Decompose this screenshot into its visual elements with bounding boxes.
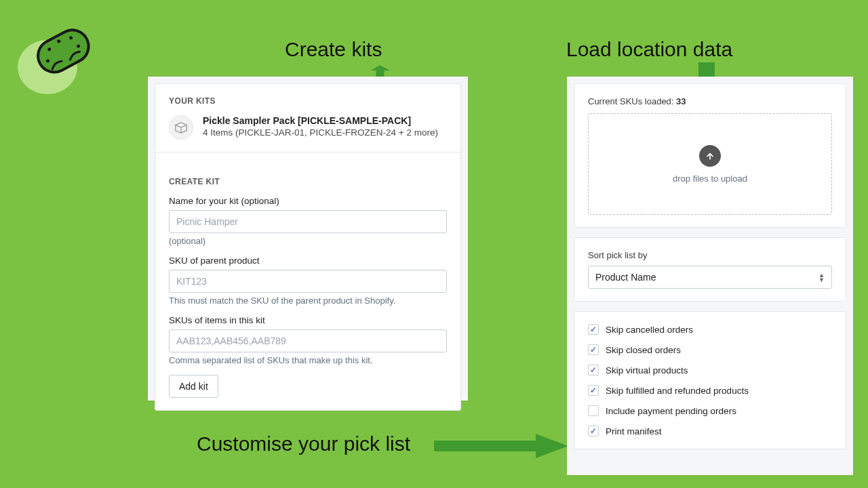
create-kit-heading: CREATE KIT xyxy=(169,177,447,186)
pickle-logo xyxy=(14,16,102,98)
option-label: Skip closed orders xyxy=(606,345,681,355)
option-row[interactable]: Include payment pending orders xyxy=(588,405,832,416)
kit-name-label: Name for your kit (optional) xyxy=(169,196,447,206)
callout-load-location: Load location data xyxy=(566,38,732,61)
sort-select[interactable]: Product Name ▲▼ xyxy=(588,266,832,289)
option-row[interactable]: Skip closed orders xyxy=(588,344,832,355)
kit-name: Pickle Sampler Pack [PICKLE-SAMPLE-PACK] xyxy=(203,115,438,126)
option-row[interactable]: Skip virtual products xyxy=(588,365,832,375)
kits-panel: YOUR KITS Pickle Sampler Pack [PICKLE-SA… xyxy=(148,77,468,401)
options-list: Skip cancelled ordersSkip closed ordersS… xyxy=(574,312,846,449)
item-skus-help: Comma separated list of SKUs that make u… xyxy=(169,355,447,365)
upload-icon xyxy=(699,145,721,167)
item-skus-label: SKUs of items in this kit xyxy=(169,315,447,325)
item-skus-input[interactable] xyxy=(169,329,447,352)
settings-panel: Current SKUs loaded: 33 drop files to up… xyxy=(567,77,853,475)
option-label: Include payment pending orders xyxy=(606,406,736,416)
checkbox-icon[interactable] xyxy=(588,365,599,375)
parent-sku-help: This must match the SKU of the parent pr… xyxy=(169,296,447,306)
option-row[interactable]: Skip cancelled orders xyxy=(588,324,832,335)
option-label: Skip cancelled orders xyxy=(606,325,693,335)
kit-items-summary: 4 Items (PICKLE-JAR-01, PICKLE-FROZEN-24… xyxy=(203,127,438,138)
checkbox-icon[interactable] xyxy=(588,405,599,416)
callout-create-kits: Create kits xyxy=(285,38,382,61)
add-kit-button[interactable]: Add kit xyxy=(169,375,218,398)
svg-marker-9 xyxy=(434,434,568,458)
file-dropzone[interactable]: drop files to upload xyxy=(588,113,832,215)
checkbox-icon[interactable] xyxy=(588,324,599,335)
option-label: Print manifest xyxy=(606,426,662,436)
kit-list-item[interactable]: Pickle Sampler Pack [PICKLE-SAMPLE-PACK]… xyxy=(169,115,447,140)
select-updown-icon: ▲▼ xyxy=(818,273,825,282)
checkbox-icon[interactable] xyxy=(588,344,599,355)
sort-label: Sort pick list by xyxy=(588,250,832,260)
parent-sku-input[interactable] xyxy=(169,270,447,293)
checkbox-icon[interactable] xyxy=(588,426,599,436)
kit-name-input[interactable] xyxy=(169,210,447,233)
dropzone-text: drop files to upload xyxy=(673,174,747,184)
your-kits-heading: YOUR KITS xyxy=(169,96,447,106)
sku-count: Current SKUs loaded: 33 xyxy=(588,96,832,106)
parent-sku-label: SKU of parent product xyxy=(169,256,447,266)
checkbox-icon[interactable] xyxy=(588,385,599,396)
arrow-customise-icon xyxy=(434,432,570,460)
sort-select-value: Product Name xyxy=(595,272,656,283)
option-label: Skip fulfilled and refunded products xyxy=(606,386,749,396)
option-row[interactable]: Skip fulfilled and refunded products xyxy=(588,385,832,396)
option-label: Skip virtual products xyxy=(606,365,688,375)
callout-customise: Customise your pick list xyxy=(197,432,410,455)
box-icon xyxy=(169,115,193,140)
option-row[interactable]: Print manifest xyxy=(588,426,832,436)
kit-name-help: (optional) xyxy=(169,236,447,246)
